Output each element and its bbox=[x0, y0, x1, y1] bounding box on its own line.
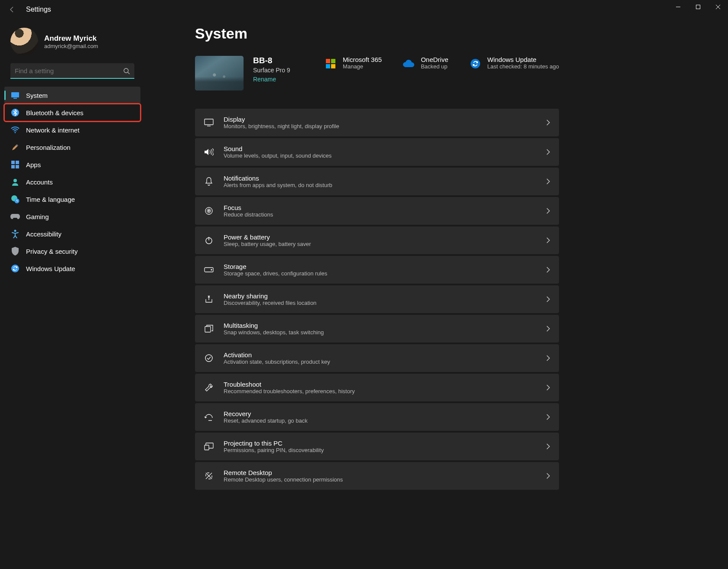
system-icon bbox=[10, 91, 20, 100]
person-icon bbox=[10, 177, 20, 187]
nav-item-bluetooth[interactable]: Bluetooth & devices bbox=[4, 104, 140, 121]
svg-rect-22 bbox=[205, 119, 213, 125]
search-icon bbox=[123, 68, 130, 74]
user-name: Andrew Myrick bbox=[44, 34, 98, 43]
rename-link[interactable]: Rename bbox=[253, 76, 290, 83]
chevron-right-icon bbox=[546, 208, 550, 214]
nav-item-windows-update[interactable]: Windows Update bbox=[4, 260, 140, 277]
chevron-right-icon bbox=[546, 355, 550, 361]
nav-item-network[interactable]: Network & internet bbox=[4, 121, 140, 139]
nav-item-personalization[interactable]: Personalization bbox=[4, 139, 140, 156]
nav-label: Time & language bbox=[26, 196, 75, 203]
chevron-right-icon bbox=[546, 267, 550, 273]
card-sub: Recommended troubleshooters, preferences… bbox=[224, 388, 536, 394]
card-title: Multitasking bbox=[224, 322, 536, 329]
card-title: Display bbox=[224, 116, 536, 123]
user-email: admyrick@gmail.com bbox=[44, 43, 98, 49]
card-power[interactable]: Power & batterySleep, battery usage, bat… bbox=[195, 226, 559, 254]
card-title: Notifications bbox=[224, 175, 536, 182]
card-focus[interactable]: FocusReduce distractions bbox=[195, 197, 559, 225]
svg-point-12 bbox=[13, 179, 17, 182]
svg-point-2 bbox=[124, 68, 128, 73]
card-title: Recovery bbox=[224, 410, 536, 417]
svg-point-30 bbox=[211, 269, 212, 270]
card-sub: Snap windows, desktops, task switching bbox=[224, 329, 536, 336]
nav-label: Windows Update bbox=[26, 265, 75, 272]
display-icon bbox=[204, 117, 214, 128]
chevron-right-icon bbox=[546, 120, 550, 126]
svg-rect-1 bbox=[696, 5, 700, 9]
chevron-right-icon bbox=[546, 443, 550, 449]
status-sub: Backed up bbox=[421, 63, 448, 70]
settings-list: DisplayMonitors, brightness, night light… bbox=[195, 109, 559, 490]
svg-rect-9 bbox=[16, 161, 19, 164]
card-sub: Storage space, drives, configuration rul… bbox=[224, 270, 536, 277]
update-icon bbox=[469, 58, 481, 70]
back-button[interactable] bbox=[8, 5, 16, 14]
sidebar: Andrew Myrick admyrick@gmail.com System … bbox=[0, 19, 143, 569]
status-title: Windows Update bbox=[488, 56, 559, 63]
nav-item-accessibility[interactable]: Accessibility bbox=[4, 225, 140, 242]
svg-rect-10 bbox=[11, 165, 15, 168]
card-recovery[interactable]: RecoveryReset, advanced startup, go back bbox=[195, 403, 559, 431]
close-button[interactable] bbox=[708, 0, 728, 14]
chevron-right-icon bbox=[546, 237, 550, 243]
nav-item-apps[interactable]: Apps bbox=[4, 156, 140, 173]
accessibility-icon bbox=[10, 229, 20, 239]
titlebar: Settings bbox=[0, 0, 728, 19]
svg-point-15 bbox=[14, 230, 16, 232]
wifi-icon bbox=[10, 125, 20, 135]
svg-point-7 bbox=[15, 132, 16, 133]
bluetooth-icon bbox=[10, 108, 20, 117]
card-notifications[interactable]: NotificationsAlerts from apps and system… bbox=[195, 168, 559, 195]
card-title: Remote Desktop bbox=[224, 469, 536, 476]
nav-item-gaming[interactable]: Gaming bbox=[4, 208, 140, 225]
gamepad-icon bbox=[10, 212, 20, 221]
focus-icon bbox=[204, 206, 214, 216]
card-projecting[interactable]: Projecting to this PCPermissions, pairin… bbox=[195, 433, 559, 460]
card-sub: Sleep, battery usage, battery saver bbox=[224, 241, 536, 247]
chevron-right-icon bbox=[546, 414, 550, 420]
nav-item-time-language[interactable]: Time & language bbox=[4, 191, 140, 208]
user-block[interactable]: Andrew Myrick admyrick@gmail.com bbox=[4, 24, 140, 63]
nav-item-accounts[interactable]: Accounts bbox=[4, 173, 140, 191]
nav-item-privacy[interactable]: Privacy & security bbox=[4, 242, 140, 260]
minimize-button[interactable] bbox=[668, 0, 688, 14]
page-title: System bbox=[195, 25, 559, 42]
maximize-button[interactable] bbox=[688, 0, 708, 14]
nav-label: Network & internet bbox=[26, 126, 79, 134]
card-multitasking[interactable]: MultitaskingSnap windows, desktops, task… bbox=[195, 315, 559, 343]
card-remote-desktop[interactable]: Remote DesktopRemote Desktop users, conn… bbox=[195, 462, 559, 490]
globe-clock-icon bbox=[10, 194, 20, 204]
card-activation[interactable]: ActivationActivation state, subscription… bbox=[195, 344, 559, 372]
card-nearby-sharing[interactable]: Nearby sharingDiscoverability, received … bbox=[195, 285, 559, 313]
card-sound[interactable]: SoundVolume levels, output, input, sound… bbox=[195, 138, 559, 166]
status-microsoft365[interactable]: Microsoft 365 Manage bbox=[325, 56, 382, 70]
svg-point-26 bbox=[208, 210, 210, 212]
m365-icon bbox=[325, 58, 337, 70]
card-sub: Alerts from apps and system, do not dist… bbox=[224, 182, 536, 188]
svg-rect-11 bbox=[16, 165, 19, 168]
status-sub: Last checked: 8 minutes ago bbox=[488, 63, 559, 70]
status-windows-update[interactable]: Windows Update Last checked: 8 minutes a… bbox=[469, 56, 559, 70]
sync-icon bbox=[10, 264, 20, 273]
svg-rect-18 bbox=[331, 59, 335, 63]
card-display[interactable]: DisplayMonitors, brightness, night light… bbox=[195, 109, 559, 136]
card-storage[interactable]: StorageStorage space, drives, configurat… bbox=[195, 256, 559, 284]
card-title: Sound bbox=[224, 145, 536, 152]
device-row: BB-8 Surface Pro 9 Rename Microsoft 365 … bbox=[195, 56, 559, 91]
search-input[interactable] bbox=[10, 63, 134, 79]
shield-icon bbox=[10, 246, 20, 256]
card-sub: Volume levels, output, input, sound devi… bbox=[224, 152, 536, 159]
device-thumbnail[interactable] bbox=[195, 56, 244, 91]
status-onedrive[interactable]: OneDrive Backed up bbox=[403, 56, 448, 70]
nav-item-system[interactable]: System bbox=[4, 87, 140, 104]
device-name: BB-8 bbox=[253, 56, 290, 65]
card-troubleshoot[interactable]: TroubleshootRecommended troubleshooters,… bbox=[195, 374, 559, 401]
main-content: System BB-8 Surface Pro 9 Rename Microso… bbox=[143, 19, 728, 569]
card-sub: Discoverability, received files location bbox=[224, 300, 536, 306]
bell-icon bbox=[204, 176, 214, 187]
nav-label: Gaming bbox=[26, 213, 49, 220]
storage-icon bbox=[204, 265, 214, 275]
avatar bbox=[10, 28, 38, 55]
